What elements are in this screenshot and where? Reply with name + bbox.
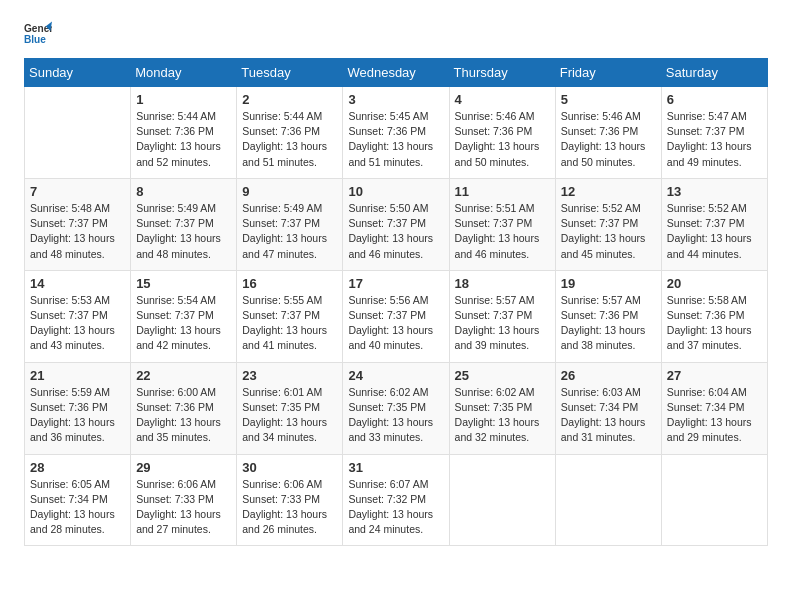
day-info: Sunrise: 5:47 AMSunset: 7:37 PMDaylight:… bbox=[667, 109, 762, 170]
day-cell: 27Sunrise: 6:04 AMSunset: 7:34 PMDayligh… bbox=[661, 362, 767, 454]
day-cell: 5Sunrise: 5:46 AMSunset: 7:36 PMDaylight… bbox=[555, 87, 661, 179]
day-info: Sunrise: 5:57 AMSunset: 7:36 PMDaylight:… bbox=[561, 293, 656, 354]
day-cell: 13Sunrise: 5:52 AMSunset: 7:37 PMDayligh… bbox=[661, 178, 767, 270]
header-cell-saturday: Saturday bbox=[661, 59, 767, 87]
day-cell: 25Sunrise: 6:02 AMSunset: 7:35 PMDayligh… bbox=[449, 362, 555, 454]
day-info: Sunrise: 5:50 AMSunset: 7:37 PMDaylight:… bbox=[348, 201, 443, 262]
header-cell-monday: Monday bbox=[131, 59, 237, 87]
day-number: 13 bbox=[667, 184, 762, 199]
day-number: 20 bbox=[667, 276, 762, 291]
day-info: Sunrise: 6:02 AMSunset: 7:35 PMDaylight:… bbox=[455, 385, 550, 446]
day-info: Sunrise: 5:48 AMSunset: 7:37 PMDaylight:… bbox=[30, 201, 125, 262]
day-number: 4 bbox=[455, 92, 550, 107]
day-info: Sunrise: 6:05 AMSunset: 7:34 PMDaylight:… bbox=[30, 477, 125, 538]
day-info: Sunrise: 5:56 AMSunset: 7:37 PMDaylight:… bbox=[348, 293, 443, 354]
day-number: 26 bbox=[561, 368, 656, 383]
day-number: 9 bbox=[242, 184, 337, 199]
week-row-2: 7Sunrise: 5:48 AMSunset: 7:37 PMDaylight… bbox=[25, 178, 768, 270]
day-number: 7 bbox=[30, 184, 125, 199]
day-info: Sunrise: 6:03 AMSunset: 7:34 PMDaylight:… bbox=[561, 385, 656, 446]
day-cell: 15Sunrise: 5:54 AMSunset: 7:37 PMDayligh… bbox=[131, 270, 237, 362]
day-info: Sunrise: 6:00 AMSunset: 7:36 PMDaylight:… bbox=[136, 385, 231, 446]
day-number: 3 bbox=[348, 92, 443, 107]
header-cell-thursday: Thursday bbox=[449, 59, 555, 87]
header-row: SundayMondayTuesdayWednesdayThursdayFrid… bbox=[25, 59, 768, 87]
day-number: 31 bbox=[348, 460, 443, 475]
day-info: Sunrise: 5:52 AMSunset: 7:37 PMDaylight:… bbox=[561, 201, 656, 262]
day-number: 19 bbox=[561, 276, 656, 291]
day-number: 29 bbox=[136, 460, 231, 475]
day-cell: 18Sunrise: 5:57 AMSunset: 7:37 PMDayligh… bbox=[449, 270, 555, 362]
day-info: Sunrise: 6:06 AMSunset: 7:33 PMDaylight:… bbox=[136, 477, 231, 538]
header-cell-friday: Friday bbox=[555, 59, 661, 87]
header-cell-wednesday: Wednesday bbox=[343, 59, 449, 87]
day-info: Sunrise: 5:49 AMSunset: 7:37 PMDaylight:… bbox=[136, 201, 231, 262]
day-number: 22 bbox=[136, 368, 231, 383]
day-number: 23 bbox=[242, 368, 337, 383]
day-cell: 22Sunrise: 6:00 AMSunset: 7:36 PMDayligh… bbox=[131, 362, 237, 454]
day-number: 25 bbox=[455, 368, 550, 383]
day-cell: 26Sunrise: 6:03 AMSunset: 7:34 PMDayligh… bbox=[555, 362, 661, 454]
logo-icon: General Blue bbox=[24, 20, 52, 48]
day-number: 8 bbox=[136, 184, 231, 199]
week-row-3: 14Sunrise: 5:53 AMSunset: 7:37 PMDayligh… bbox=[25, 270, 768, 362]
logo: General Blue bbox=[24, 20, 52, 48]
day-info: Sunrise: 5:46 AMSunset: 7:36 PMDaylight:… bbox=[455, 109, 550, 170]
day-number: 10 bbox=[348, 184, 443, 199]
day-cell: 1Sunrise: 5:44 AMSunset: 7:36 PMDaylight… bbox=[131, 87, 237, 179]
day-cell: 10Sunrise: 5:50 AMSunset: 7:37 PMDayligh… bbox=[343, 178, 449, 270]
day-info: Sunrise: 6:01 AMSunset: 7:35 PMDaylight:… bbox=[242, 385, 337, 446]
day-cell bbox=[449, 454, 555, 546]
day-cell: 3Sunrise: 5:45 AMSunset: 7:36 PMDaylight… bbox=[343, 87, 449, 179]
day-cell: 8Sunrise: 5:49 AMSunset: 7:37 PMDaylight… bbox=[131, 178, 237, 270]
day-info: Sunrise: 5:49 AMSunset: 7:37 PMDaylight:… bbox=[242, 201, 337, 262]
day-info: Sunrise: 6:04 AMSunset: 7:34 PMDaylight:… bbox=[667, 385, 762, 446]
day-cell: 6Sunrise: 5:47 AMSunset: 7:37 PMDaylight… bbox=[661, 87, 767, 179]
day-cell: 19Sunrise: 5:57 AMSunset: 7:36 PMDayligh… bbox=[555, 270, 661, 362]
day-cell: 16Sunrise: 5:55 AMSunset: 7:37 PMDayligh… bbox=[237, 270, 343, 362]
day-cell: 9Sunrise: 5:49 AMSunset: 7:37 PMDaylight… bbox=[237, 178, 343, 270]
day-number: 6 bbox=[667, 92, 762, 107]
day-number: 17 bbox=[348, 276, 443, 291]
day-number: 24 bbox=[348, 368, 443, 383]
day-cell: 12Sunrise: 5:52 AMSunset: 7:37 PMDayligh… bbox=[555, 178, 661, 270]
day-cell: 7Sunrise: 5:48 AMSunset: 7:37 PMDaylight… bbox=[25, 178, 131, 270]
day-cell bbox=[25, 87, 131, 179]
day-cell: 20Sunrise: 5:58 AMSunset: 7:36 PMDayligh… bbox=[661, 270, 767, 362]
day-number: 14 bbox=[30, 276, 125, 291]
svg-text:Blue: Blue bbox=[24, 34, 46, 45]
day-cell: 31Sunrise: 6:07 AMSunset: 7:32 PMDayligh… bbox=[343, 454, 449, 546]
day-number: 27 bbox=[667, 368, 762, 383]
day-number: 28 bbox=[30, 460, 125, 475]
day-info: Sunrise: 5:58 AMSunset: 7:36 PMDaylight:… bbox=[667, 293, 762, 354]
day-info: Sunrise: 5:51 AMSunset: 7:37 PMDaylight:… bbox=[455, 201, 550, 262]
day-info: Sunrise: 6:02 AMSunset: 7:35 PMDaylight:… bbox=[348, 385, 443, 446]
day-info: Sunrise: 5:44 AMSunset: 7:36 PMDaylight:… bbox=[136, 109, 231, 170]
day-info: Sunrise: 6:06 AMSunset: 7:33 PMDaylight:… bbox=[242, 477, 337, 538]
day-cell: 30Sunrise: 6:06 AMSunset: 7:33 PMDayligh… bbox=[237, 454, 343, 546]
day-cell: 4Sunrise: 5:46 AMSunset: 7:36 PMDaylight… bbox=[449, 87, 555, 179]
day-info: Sunrise: 5:54 AMSunset: 7:37 PMDaylight:… bbox=[136, 293, 231, 354]
day-number: 5 bbox=[561, 92, 656, 107]
day-info: Sunrise: 5:44 AMSunset: 7:36 PMDaylight:… bbox=[242, 109, 337, 170]
header-cell-sunday: Sunday bbox=[25, 59, 131, 87]
day-cell: 29Sunrise: 6:06 AMSunset: 7:33 PMDayligh… bbox=[131, 454, 237, 546]
day-number: 2 bbox=[242, 92, 337, 107]
day-cell: 21Sunrise: 5:59 AMSunset: 7:36 PMDayligh… bbox=[25, 362, 131, 454]
day-info: Sunrise: 6:07 AMSunset: 7:32 PMDaylight:… bbox=[348, 477, 443, 538]
day-info: Sunrise: 5:52 AMSunset: 7:37 PMDaylight:… bbox=[667, 201, 762, 262]
day-cell: 24Sunrise: 6:02 AMSunset: 7:35 PMDayligh… bbox=[343, 362, 449, 454]
header-cell-tuesday: Tuesday bbox=[237, 59, 343, 87]
day-number: 16 bbox=[242, 276, 337, 291]
day-number: 1 bbox=[136, 92, 231, 107]
day-info: Sunrise: 5:57 AMSunset: 7:37 PMDaylight:… bbox=[455, 293, 550, 354]
week-row-4: 21Sunrise: 5:59 AMSunset: 7:36 PMDayligh… bbox=[25, 362, 768, 454]
day-info: Sunrise: 5:46 AMSunset: 7:36 PMDaylight:… bbox=[561, 109, 656, 170]
page-header: General Blue bbox=[24, 20, 768, 48]
day-cell bbox=[661, 454, 767, 546]
day-number: 30 bbox=[242, 460, 337, 475]
day-number: 21 bbox=[30, 368, 125, 383]
day-cell: 23Sunrise: 6:01 AMSunset: 7:35 PMDayligh… bbox=[237, 362, 343, 454]
day-cell: 28Sunrise: 6:05 AMSunset: 7:34 PMDayligh… bbox=[25, 454, 131, 546]
day-cell: 17Sunrise: 5:56 AMSunset: 7:37 PMDayligh… bbox=[343, 270, 449, 362]
